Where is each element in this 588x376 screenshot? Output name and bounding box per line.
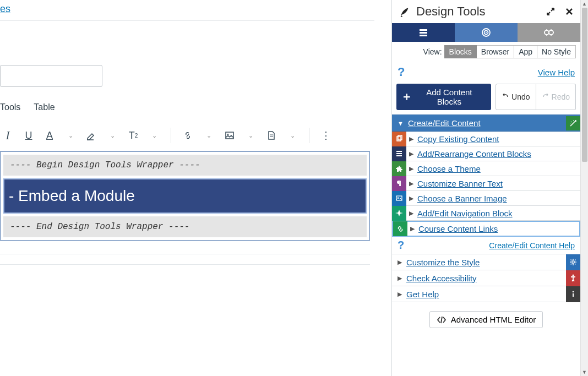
more-icon[interactable]: ⋮ [318,128,334,143]
caret-right-icon: ▶ [406,195,416,202]
create-items-list: ▶ Copy Existing Content ▶ Add/Rearrange … [392,132,580,237]
wrapper-end-comment: ---- End Design Tools Wrapper ---- [3,216,367,237]
menu-tools[interactable]: Tools [0,102,20,112]
item-customize-banner-text[interactable]: ▶ Customize Banner Text [392,176,580,191]
item-course-content-links[interactable]: ▶ Course Content Links [392,221,580,237]
copy-icon [392,132,406,146]
rce-toolbar: I U A ⌄ ⌄ T2 ⌄ ⌄ ⌄ ⌄ ⋮ [0,122,391,151]
undo-button[interactable]: Undo [496,84,536,110]
content-frame[interactable]: ---- Begin Design Tools Wrapper ---- - E… [0,151,370,241]
svg-point-21 [573,275,574,276]
item-label: Copy Existing Content [416,134,499,144]
section-create-edit[interactable]: ▼ Create/Edit Content [392,115,580,132]
scroll-thumb[interactable] [582,8,587,162]
view-blocks[interactable]: Blocks [444,45,477,58]
add-content-blocks-button[interactable]: Add Content Blocks [396,84,491,110]
expand-icon[interactable] [546,7,555,16]
rocket-icon [399,6,411,18]
advanced-html-editor-button[interactable]: Advanced HTML Editor [429,311,543,328]
link-icon[interactable] [180,128,195,143]
item-label: Customize the Style [406,258,480,267]
menu-table[interactable]: Table [34,102,55,112]
italic-icon[interactable]: I [0,128,15,143]
item-customize-style[interactable]: ▶ Customize the Style [392,254,580,270]
accessibility-icon [566,270,580,286]
item-label: Choose a Banner Image [416,194,507,203]
caret-right-icon: ▶ [407,225,417,232]
toolbar-divider [309,128,309,143]
item-label: Customize Banner Text [416,179,503,188]
document-icon[interactable] [264,128,279,143]
svg-point-22 [573,291,574,293]
undo-icon [502,93,509,101]
scroll-up-icon[interactable]: ▲ [581,0,588,8]
svg-rect-18 [396,196,402,200]
scroll-down-icon[interactable]: ▼ [581,368,588,376]
puzzle-icon [392,161,406,176]
breadcrumb-link[interactable]: es [0,0,374,21]
view-app[interactable]: App [514,45,537,58]
tab-blocks[interactable] [392,23,455,42]
help-icon[interactable]: ? [398,65,405,79]
design-tools-panel: Design Tools View: Blocks Browser App No… [392,0,580,376]
item-navigation-block[interactable]: ▶ Add/Edit Navigation Block [392,206,580,221]
item-get-help[interactable]: ▶ Get Help [392,286,580,302]
magic-wand-icon[interactable] [566,116,580,130]
svg-point-10 [486,32,487,33]
help-icon[interactable]: ? [398,239,404,252]
caret-right-icon: ▶ [398,259,406,266]
caret-right-icon: ▶ [406,180,416,187]
redo-label: Redo [552,92,570,101]
redo-icon [542,93,549,101]
redo-button[interactable]: Redo [536,84,576,110]
gear-icon [566,254,580,270]
add-blocks-label: Add Content Blocks [414,88,484,106]
caret-right-icon: ▶ [398,275,406,282]
underline-icon[interactable]: U [21,128,36,143]
close-icon[interactable] [565,7,574,16]
view-browser[interactable]: Browser [477,45,514,58]
caret-down-icon: ▼ [398,120,404,127]
tab-target[interactable] [455,23,518,42]
image-icon[interactable] [222,128,237,143]
view-help-link[interactable]: View Help [538,68,575,77]
caret-down-icon[interactable]: ⌄ [146,128,162,143]
page-title-input[interactable] [0,65,102,87]
compass-icon [392,206,406,221]
caret-down-icon[interactable]: ⌄ [105,128,120,143]
caret-right-icon: ▶ [398,291,406,298]
list-icon [392,146,406,161]
text-color-icon[interactable]: A [42,128,57,143]
view-nostyle[interactable]: No Style [537,45,576,58]
page-scrollbar[interactable]: ▲ ▼ [580,0,588,376]
caret-right-icon: ▶ [406,165,416,172]
item-choose-banner-image[interactable]: ▶ Choose a Banner Image [392,191,580,206]
item-add-rearrange[interactable]: ▶ Add/Rearrange Content Blocks [392,146,580,161]
svg-rect-1 [226,132,233,139]
tab-settings[interactable] [518,23,580,42]
caret-right-icon: ▶ [406,150,416,157]
create-edit-help-link[interactable]: Create/Edit Content Help [489,241,575,250]
module-banner[interactable]: - Embed a Module [3,178,367,214]
item-copy-existing[interactable]: ▶ Copy Existing Content [392,132,580,146]
editor-area: es Tools Table I U A ⌄ ⌄ T2 ⌄ ⌄ ⌄ ⌄ ⋮ --… [0,0,392,376]
svg-rect-13 [397,137,401,141]
superscript-icon[interactable]: T2 [126,128,141,143]
item-label: Course Content Links [417,224,498,233]
caret-down-icon[interactable]: ⌄ [63,128,78,143]
info-icon [566,286,580,302]
item-label: Add/Edit Navigation Block [416,209,513,218]
caret-down-icon[interactable]: ⌄ [285,128,300,143]
svg-rect-6 [420,32,427,34]
highlight-icon[interactable] [84,128,99,143]
undo-label: Undo [511,92,530,101]
svg-rect-23 [573,293,574,297]
caret-down-icon[interactable]: ⌄ [243,128,258,143]
panel-tabs [392,23,580,42]
plus-icon [403,93,411,101]
item-label: Add/Rearrange Content Blocks [416,149,531,159]
svg-point-12 [549,30,553,35]
item-choose-theme[interactable]: ▶ Choose a Theme [392,161,580,176]
item-check-accessibility[interactable]: ▶ Check Accessibility [392,270,580,286]
caret-down-icon[interactable]: ⌄ [201,128,216,143]
